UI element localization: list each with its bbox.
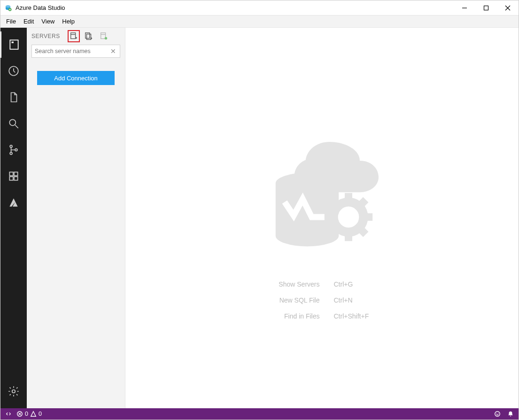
activity-source-control-icon[interactable] bbox=[0, 137, 27, 163]
welcome-label: Show Servers bbox=[254, 276, 320, 292]
app-icon bbox=[3, 3, 13, 13]
welcome-pane: Show Servers Ctrl+G New SQL File Ctrl+N … bbox=[125, 28, 519, 408]
status-feedback-icon[interactable] bbox=[494, 411, 501, 417]
svg-rect-3 bbox=[484, 6, 488, 10]
welcome-shortcut: Ctrl+G bbox=[334, 276, 390, 292]
svg-rect-6 bbox=[10, 40, 18, 49]
svg-rect-17 bbox=[14, 177, 18, 180]
svg-line-37 bbox=[360, 200, 365, 205]
new-server-group-icon[interactable] bbox=[83, 30, 95, 42]
minimize-button[interactable] bbox=[454, 0, 475, 16]
clear-search-icon[interactable]: ✕ bbox=[109, 47, 117, 55]
svg-point-12 bbox=[10, 152, 12, 155]
svg-rect-16 bbox=[9, 177, 13, 180]
welcome-label: Find in Files bbox=[254, 308, 320, 324]
activity-servers-icon[interactable] bbox=[0, 31, 27, 58]
svg-point-28 bbox=[275, 226, 338, 247]
activity-azure-icon[interactable] bbox=[0, 189, 27, 216]
app-title: Azure Data Studio bbox=[15, 4, 65, 11]
sidebar-title: SERVERS bbox=[31, 33, 60, 39]
main-area: SERVERS ✕ Add Connection bbox=[0, 28, 519, 408]
svg-point-9 bbox=[9, 119, 15, 125]
status-remote-icon[interactable] bbox=[5, 411, 12, 417]
svg-point-42 bbox=[496, 413, 497, 413]
title-bar: Azure Data Studio bbox=[0, 0, 519, 16]
activity-extensions-icon[interactable] bbox=[0, 163, 27, 189]
sidebar-header: SERVERS bbox=[27, 28, 125, 45]
svg-point-41 bbox=[495, 412, 500, 417]
svg-line-35 bbox=[360, 229, 365, 234]
activity-explorer-icon[interactable] bbox=[0, 84, 27, 110]
server-search-box[interactable]: ✕ bbox=[31, 45, 120, 58]
svg-point-0 bbox=[6, 5, 10, 8]
maximize-button[interactable] bbox=[475, 0, 497, 16]
status-problems[interactable]: 0 0 bbox=[16, 411, 42, 417]
svg-rect-19 bbox=[70, 33, 75, 39]
svg-line-36 bbox=[331, 229, 336, 234]
svg-point-13 bbox=[15, 149, 17, 151]
new-connection-icon[interactable] bbox=[68, 30, 80, 42]
add-connection-button[interactable]: Add Connection bbox=[37, 71, 115, 85]
activity-tasks-icon[interactable] bbox=[0, 58, 27, 84]
svg-rect-7 bbox=[12, 42, 14, 43]
menu-help[interactable]: Help bbox=[58, 18, 78, 25]
welcome-row: Show Servers Ctrl+G bbox=[254, 276, 390, 292]
active-connections-icon[interactable] bbox=[98, 30, 110, 42]
welcome-shortcut: Ctrl+Shift+F bbox=[334, 308, 390, 324]
status-notifications-icon[interactable] bbox=[507, 411, 514, 417]
status-errors-count: 0 bbox=[25, 411, 28, 417]
svg-rect-21 bbox=[85, 33, 89, 39]
svg-line-10 bbox=[15, 125, 18, 128]
svg-point-43 bbox=[498, 413, 498, 413]
server-search-input[interactable] bbox=[35, 48, 109, 54]
svg-point-18 bbox=[12, 390, 15, 393]
welcome-hero-icon bbox=[247, 112, 397, 262]
status-warnings-count: 0 bbox=[39, 411, 42, 417]
menu-edit[interactable]: Edit bbox=[20, 18, 38, 25]
menu-bar: File Edit View Help bbox=[0, 16, 519, 28]
welcome-row: Find in Files Ctrl+Shift+F bbox=[254, 308, 390, 324]
svg-point-11 bbox=[10, 145, 12, 148]
menu-view[interactable]: View bbox=[38, 18, 58, 25]
welcome-shortcuts: Show Servers Ctrl+G New SQL File Ctrl+N … bbox=[254, 276, 390, 324]
svg-point-25 bbox=[104, 37, 107, 39]
svg-rect-15 bbox=[14, 172, 18, 176]
activity-bar bbox=[0, 28, 27, 408]
svg-rect-14 bbox=[9, 172, 13, 176]
activity-search-icon[interactable] bbox=[0, 110, 27, 137]
welcome-row: New SQL File Ctrl+N bbox=[254, 292, 390, 308]
servers-sidebar: SERVERS ✕ Add Connection bbox=[27, 28, 125, 408]
welcome-shortcut: Ctrl+N bbox=[334, 292, 390, 308]
svg-line-34 bbox=[331, 200, 336, 205]
welcome-label: New SQL File bbox=[254, 292, 320, 308]
status-bar: 0 0 bbox=[0, 408, 519, 420]
activity-settings-icon[interactable] bbox=[0, 378, 27, 404]
svg-rect-22 bbox=[86, 34, 91, 40]
close-button[interactable] bbox=[497, 0, 519, 16]
menu-file[interactable]: File bbox=[2, 18, 20, 25]
